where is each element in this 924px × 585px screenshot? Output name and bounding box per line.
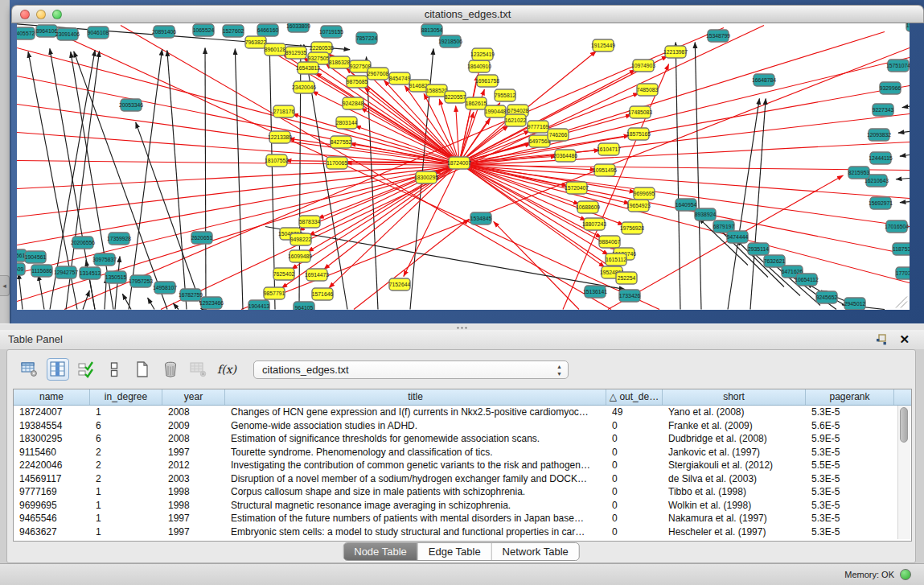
table-row[interactable]: 911546021997Tourette syndrome. Phenomeno… <box>14 446 911 459</box>
graph-node[interactable]: 2620651 <box>191 232 213 244</box>
graph-node[interactable]: 23091406 <box>55 28 80 40</box>
graph-node[interactable]: 7625402 <box>273 268 295 280</box>
graph-node[interactable]: 1615112 <box>606 253 626 266</box>
graph-node[interactable]: 18724007 <box>447 157 471 169</box>
graph-node[interactable]: 16033809 <box>286 23 310 32</box>
graph-node[interactable]: 9884067 <box>599 236 621 248</box>
scrollbar-thumb[interactable] <box>900 407 908 443</box>
graph-node[interactable]: 7955812 <box>495 89 516 101</box>
graph-node[interactable]: 19756928 <box>620 222 644 234</box>
graph-node[interactable]: 1350515 <box>105 271 127 283</box>
graph-node[interactable]: 7963822 <box>245 36 267 48</box>
graph-node[interactable]: 19654923 <box>626 200 651 212</box>
graph-node[interactable]: 19218506 <box>438 35 462 47</box>
graph-node[interactable]: 5878334 <box>299 216 321 228</box>
table-row[interactable]: 969969511998Structural magnetic resonanc… <box>14 499 911 513</box>
column-header-short[interactable]: short <box>663 389 806 405</box>
graph-node[interactable]: 16104717 <box>597 143 621 155</box>
graph-node[interactable]: 12444115 <box>869 152 893 164</box>
graph-node[interactable]: 1904413 <box>248 300 270 310</box>
column-header-year[interactable]: year <box>162 389 225 405</box>
table-row[interactable]: 1456911722003Disruption of a novel membe… <box>14 472 911 486</box>
panel-collapse-arrow-icon[interactable]: ◂ <box>0 275 10 296</box>
graph-node[interactable]: 9699695 <box>634 187 655 200</box>
table-row[interactable]: 946554611997Estimation of the future num… <box>14 512 911 525</box>
graph-node[interactable]: 15136141 <box>583 286 607 298</box>
graph-node[interactable]: 1065524 <box>193 24 215 36</box>
graph-node[interactable]: 8960128 <box>265 43 286 56</box>
graph-node[interactable]: 10654112 <box>795 274 819 286</box>
graph-node[interactable]: 252254 <box>616 272 637 284</box>
graph-node[interactable]: 7632621 <box>764 255 786 267</box>
graph-node[interactable]: 8186328 <box>329 56 351 68</box>
graph-node[interactable]: 16782759 <box>179 289 203 301</box>
function-builder-button[interactable]: f(x) <box>216 358 238 381</box>
graph-node[interactable]: 12213987 <box>663 46 688 58</box>
graph-node[interactable]: 9498222 <box>290 233 312 245</box>
graph-node[interactable]: 6466160 <box>257 24 279 36</box>
graph-node[interactable]: 9857791 <box>264 287 285 299</box>
graph-node[interactable]: 1314513 <box>80 267 101 279</box>
graph-node[interactable]: 17016504 <box>885 220 909 233</box>
network-canvas[interactable]: 2405572896410623091406904610820891406106… <box>17 23 910 310</box>
graph-node[interactable]: 12942757 <box>54 266 78 278</box>
graph-node[interactable]: 8964106 <box>36 25 58 37</box>
table-row[interactable]: 977716911998Corpus callosum shape and si… <box>14 485 911 499</box>
column-header-title[interactable]: title <box>225 389 606 405</box>
graph-node[interactable]: 1912544 <box>906 23 910 31</box>
graph-node[interactable]: 2718176 <box>273 105 295 117</box>
show-columns-button[interactable] <box>47 358 69 381</box>
graph-node[interactable]: 12213389 <box>268 131 292 143</box>
graph-node[interactable]: 8813054 <box>421 24 443 36</box>
graph-node[interactable]: 16648784 <box>752 74 776 86</box>
graph-node[interactable]: 9474444 <box>727 231 749 243</box>
graph-node[interactable]: 1571646 <box>312 288 334 300</box>
graph-node[interactable]: 8220557 <box>445 91 466 103</box>
table-settings-button[interactable] <box>18 358 41 381</box>
graph-node[interactable]: 9046108 <box>88 27 109 39</box>
window-titlebar[interactable]: citations_edges.txt <box>11 5 924 23</box>
graph-node[interactable]: 16543812 <box>296 62 320 74</box>
graph-node[interactable]: 9227343 <box>873 104 894 116</box>
graph-node[interactable]: 2945012 <box>844 298 866 310</box>
graph-node[interactable]: 16099489 <box>288 250 312 262</box>
graph-node[interactable]: 15720407 <box>565 182 589 194</box>
graph-node[interactable]: 15692971 <box>869 197 893 209</box>
graph-node[interactable]: 12093832 <box>867 129 891 141</box>
table-mode-button[interactable] <box>103 358 125 381</box>
graph-node[interactable]: 1640954 <box>676 199 697 211</box>
graph-node[interactable]: 23420046 <box>292 81 316 93</box>
graph-node[interactable]: 1527602 <box>223 25 244 37</box>
graph-node[interactable]: 10951495 <box>593 164 617 176</box>
graph-node[interactable]: 1733426 <box>619 290 641 302</box>
graph-node[interactable]: 17957253 <box>129 275 153 287</box>
graph-node[interactable]: 8215953 <box>848 167 870 179</box>
graph-node[interactable]: 18640910 <box>467 60 491 72</box>
canvas-resize-grip[interactable] <box>896 297 907 308</box>
graph-node[interactable]: 15348799 <box>706 30 730 42</box>
graph-node[interactable]: 2935114 <box>748 243 769 255</box>
graph-node[interactable]: 20364486 <box>553 150 577 162</box>
graph-node[interactable]: 964105 <box>294 302 314 310</box>
graph-node[interactable]: 14958107 <box>153 282 177 294</box>
graph-node[interactable]: 20891406 <box>152 26 176 38</box>
table-row[interactable]: 1830029562008Estimation of significance … <box>14 432 911 446</box>
graph-node[interactable]: 8427552 <box>331 136 352 148</box>
table-row[interactable]: 1938455462009Genome-wide association stu… <box>14 419 911 433</box>
tab-edge-table[interactable]: Edge Table <box>417 543 491 560</box>
graph-node[interactable]: 18807243 <box>582 218 606 230</box>
graph-node[interactable]: 1990448 <box>485 105 507 117</box>
table-selector-dropdown[interactable]: citations_edges.txt ▲▼ <box>253 360 569 379</box>
graph-node[interactable]: 17485083 <box>628 106 652 118</box>
graph-node[interactable]: 746266 <box>548 129 569 141</box>
tab-node-table[interactable]: Node Table <box>343 543 417 560</box>
graph-node[interactable]: 1904561 <box>25 251 47 263</box>
column-header-pagerank[interactable]: pagerank <box>806 389 894 405</box>
column-header-out_degree[interactable]: △ out_de… <box>606 389 663 405</box>
graph-node[interactable]: 9242848 <box>343 97 364 109</box>
graph-node[interactable]: 16914473 <box>305 269 329 281</box>
graph-node[interactable]: 12325419 <box>470 48 495 60</box>
graph-node[interactable]: 30975837 <box>92 253 117 266</box>
table-scrollbar[interactable] <box>897 406 910 539</box>
graph-node[interactable]: 8912935 <box>285 47 307 59</box>
